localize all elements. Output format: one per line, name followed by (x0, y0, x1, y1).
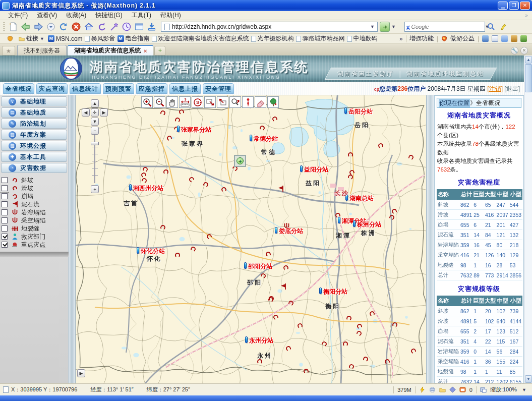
layer-checkbox-斜坡[interactable] (2, 177, 8, 183)
pan-south-button[interactable]: ▼ (91, 118, 99, 126)
station-marker[interactable]: 岳阳分站 (344, 107, 373, 116)
go-button[interactable]: ➜ (380, 22, 390, 32)
station-marker[interactable]: 邵阳分站 (244, 262, 272, 271)
sidebar-group[interactable]: ✎防治规划 (1, 119, 67, 129)
nav-tab-7[interactable]: 安全管理 (203, 83, 234, 94)
hazard-marker[interactable] (269, 296, 274, 301)
zoom-minus-button[interactable]: − (91, 127, 99, 135)
nav-tab-5[interactable]: 应急指挥 (136, 83, 167, 94)
page-dropdown-button[interactable] (45, 21, 57, 32)
link-item[interactable]: 欢迎登陆湖南省地质灾害信息系统 (152, 34, 249, 43)
go-dropdown-icon[interactable]: ▼ (390, 24, 397, 29)
menu-item[interactable]: 快捷组(G) (91, 11, 126, 20)
hazard-marker[interactable] (343, 341, 348, 347)
address-dropdown-icon[interactable]: ▼ (369, 24, 376, 29)
tab-close-icon[interactable]: × (144, 48, 147, 54)
nav-tab-1[interactable]: 全省概况 (3, 83, 34, 94)
measure-area-button[interactable]: S (192, 96, 203, 108)
basket-icon[interactable] (511, 35, 517, 42)
zoom-plus-button[interactable]: ＋ (91, 185, 99, 193)
back-button[interactable] (20, 21, 32, 32)
layer-checkbox-救灾部门[interactable] (2, 234, 8, 240)
exit-link[interactable]: [退出] (504, 85, 520, 92)
download-button[interactable] (146, 21, 158, 32)
layer-checkbox-崩塌[interactable] (2, 193, 8, 199)
undo-button[interactable] (95, 21, 107, 32)
restore-button[interactable]: ❐ (509, 2, 519, 10)
debris-flow-marker[interactable] (277, 185, 284, 194)
close-button[interactable]: ✕ (520, 2, 530, 10)
station-marker[interactable]: 湘西州分站 (129, 184, 163, 193)
filter-button[interactable] (108, 21, 120, 32)
highlight-button[interactable] (497, 21, 509, 32)
printer-icon[interactable] (429, 386, 436, 393)
garden-icon[interactable] (520, 35, 527, 42)
link-item[interactable]: M电台指南 (117, 34, 150, 43)
mark-point-button[interactable] (242, 96, 254, 108)
search-box[interactable]: g ▼ (404, 22, 485, 32)
hazard-marker[interactable] (348, 152, 353, 157)
browser-tab[interactable]: 找不到服务器 (17, 45, 67, 55)
sidebar-group[interactable]: ▥年度方案 (1, 130, 67, 140)
hazard-marker[interactable] (175, 253, 180, 258)
minimize-button[interactable]: ▁ (498, 2, 508, 10)
new-page-button[interactable] (7, 21, 19, 32)
org-link-monitoring-station[interactable]: 湖南省地质环境监测总站 (406, 70, 484, 78)
refresh-button[interactable] (57, 21, 70, 32)
user-panel-icon[interactable] (482, 35, 489, 42)
pan-north-button[interactable]: ▲ (91, 99, 99, 107)
right-splitter[interactable] (426, 95, 434, 383)
address-bar[interactable]: ▼ (161, 22, 378, 32)
menu-item[interactable]: 收藏(A) (62, 11, 90, 20)
station-marker[interactable]: 益阳分站 (300, 165, 328, 174)
link-item[interactable]: 光年摄影机构 (251, 34, 294, 43)
identify-button[interactable] (229, 96, 241, 108)
search-input[interactable] (411, 24, 483, 30)
folder-icon[interactable] (439, 386, 446, 393)
station-marker[interactable]: 张家界分站 (177, 126, 211, 134)
measure-distance-button[interactable]: ? (179, 96, 191, 108)
pan-west-button[interactable]: ◀ (82, 108, 90, 117)
nav-tab-2[interactable]: 灾点查询 (36, 83, 68, 94)
station-marker[interactable]: 常德分站 (250, 135, 278, 143)
stop-button[interactable] (70, 21, 82, 32)
scroll-up-button[interactable]: ▲ (525, 56, 532, 64)
browser-tab[interactable]: 湖南省地质灾害信息系统× (68, 45, 153, 55)
sidebar-group[interactable]: ▧环境公报 (1, 141, 67, 151)
link-item[interactable]: MMSN.com (48, 35, 83, 42)
popup-blocker-icon[interactable] (459, 386, 466, 393)
window-panel-icon[interactable] (492, 35, 498, 42)
pan-center-button[interactable]: ✛ (91, 108, 99, 117)
forward-button[interactable] (32, 21, 44, 32)
pan-east-button[interactable]: ▶ (100, 108, 108, 117)
layer-checkbox-泥石流[interactable] (2, 201, 8, 207)
station-marker[interactable]: 湖南总站 (345, 194, 374, 203)
snapshot-button[interactable] (133, 21, 145, 32)
boost-icon[interactable] (419, 386, 426, 393)
station-marker[interactable]: 株洲分站 (353, 220, 381, 229)
overview-map-button[interactable]: ＋ (234, 155, 246, 167)
sidebar-group[interactable]: ◔灾害数据 (1, 163, 67, 173)
menu-item[interactable]: 查看(V) (33, 11, 61, 20)
menu-item[interactable]: 文件(F) (4, 11, 32, 20)
eraser-button[interactable] (255, 96, 266, 108)
link-item[interactable]: 驿路城市精品网 (296, 34, 345, 43)
hazard-marker[interactable] (163, 169, 168, 175)
zoom-rect-button[interactable] (204, 96, 216, 108)
left-splitter[interactable] (69, 95, 76, 383)
station-marker[interactable]: 永州分站 (245, 336, 273, 345)
layer-checkbox-重点灾点[interactable] (2, 242, 8, 248)
toolbar-collapse-button[interactable]: » (523, 12, 530, 19)
zoom-slider[interactable] (91, 135, 99, 183)
station-marker[interactable]: 衡阳分站 (319, 288, 347, 296)
sidebar-group[interactable]: ▤基础地质 (1, 107, 67, 118)
debris-flow-marker[interactable] (280, 283, 286, 292)
zoom-in-button[interactable] (141, 96, 153, 108)
layer-checkbox-滑坡[interactable] (2, 185, 8, 191)
address-input[interactable] (172, 23, 369, 30)
nav-tab-4[interactable]: 预测预警 (103, 83, 134, 94)
plugin-close-button[interactable]: ✕ (520, 47, 528, 54)
links-folder[interactable]: 链接▼ (26, 34, 46, 43)
nav-tab-3[interactable]: 信息统计 (70, 83, 101, 94)
home-button[interactable] (83, 21, 95, 32)
